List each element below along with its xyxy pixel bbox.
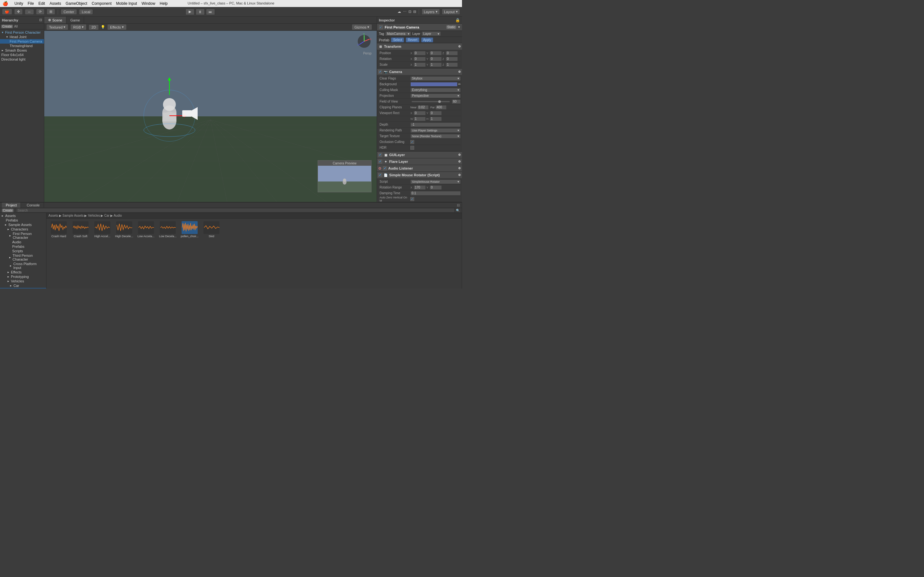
rotation-y[interactable]	[430, 57, 442, 61]
transform-rect-btn[interactable]: ⊞	[47, 9, 55, 15]
target-texture-dropdown[interactable]: None (Render Texture)▾	[410, 134, 461, 139]
unity-logo-btn[interactable]: 🍎	[2, 9, 12, 15]
static-chevron[interactable]: ▾	[458, 25, 460, 29]
textured-dropdown[interactable]: Textured▾	[46, 24, 68, 30]
auto-zero-v-checkbox[interactable]	[410, 197, 414, 201]
tree-item-car[interactable]: ► Car	[0, 284, 46, 288]
vr-x[interactable]	[414, 111, 426, 115]
scene-content[interactable]: X Y Z Persp Camera Preview	[44, 31, 376, 202]
project-panel-close-icon[interactable]: ⊟	[457, 203, 460, 207]
tree-item-sample-assets[interactable]: ► Sample Assets	[0, 222, 46, 227]
local-btn[interactable]: Local	[79, 9, 93, 15]
menu-component[interactable]: Component	[92, 1, 111, 6]
scale-z[interactable]	[446, 63, 458, 67]
tree-item-assets[interactable]: ► Assets	[0, 213, 46, 218]
hierarchy-item-throwing-hand[interactable]: ThrowingHand	[0, 44, 44, 48]
color-picker-icon[interactable]: ✏	[458, 82, 461, 86]
position-y[interactable]	[430, 51, 442, 55]
asset-crash-hard[interactable]: Crash Hard	[49, 221, 68, 238]
menu-unity[interactable]: Unity	[15, 1, 23, 6]
gizmos-dropdown[interactable]: Gizmos▾	[352, 24, 372, 30]
position-x[interactable]	[414, 51, 426, 55]
audio-listener-header[interactable]: ⊙ Audio Listener ⚙	[377, 165, 462, 171]
transform-header[interactable]: ⊞ Transform ⚙	[377, 43, 462, 50]
position-z[interactable]	[446, 51, 458, 55]
flare-layer-enabled-checkbox[interactable]	[378, 160, 382, 163]
menu-file[interactable]: File	[27, 1, 34, 6]
flare-layer-header[interactable]: ✦ Flare Layer ⚙	[377, 158, 462, 165]
revert-btn[interactable]: Revert	[406, 37, 419, 42]
play-button[interactable]: ▶	[186, 9, 194, 15]
search-icon[interactable]: 🔍	[456, 209, 460, 212]
rr-x[interactable]	[414, 185, 426, 190]
script-dropdown[interactable]: SimpleMouse Rotator▾	[410, 179, 461, 184]
flare-layer-menu-icon[interactable]: ⚙	[458, 160, 461, 163]
asset-low-decel[interactable]: Low Decela...	[158, 221, 178, 238]
transform-menu-icon[interactable]: ⚙	[458, 45, 461, 48]
scale-y[interactable]	[430, 63, 442, 67]
tree-item-vehicles[interactable]: ► Vehicles	[0, 279, 46, 284]
create-btn[interactable]: Create	[1, 25, 13, 28]
apply-btn[interactable]: Apply	[421, 37, 433, 42]
menu-assets[interactable]: Assets	[49, 1, 61, 6]
clear-flags-dropdown[interactable]: Skybox▾	[410, 76, 461, 81]
fov-slider[interactable]	[412, 101, 450, 102]
fov-input[interactable]	[452, 99, 461, 104]
window-icon[interactable]: ⊟	[413, 10, 416, 14]
tag-dropdown[interactable]: MainCamera▾	[385, 31, 411, 36]
tree-item-third-person[interactable]: ► Third Person Character	[0, 253, 46, 261]
lock-icon[interactable]: 🔒	[455, 18, 460, 23]
center-btn[interactable]: Center	[61, 9, 77, 15]
vr-y[interactable]	[430, 111, 442, 115]
tab-game[interactable]: Game	[66, 17, 84, 23]
rr-y[interactable]	[430, 185, 442, 190]
2d-btn[interactable]: 2D	[89, 24, 99, 30]
cloud-icon[interactable]: ☁	[397, 10, 401, 14]
more-icon[interactable]: ⋯	[403, 10, 407, 14]
tab-scene[interactable]: ⊕ Scene	[44, 17, 66, 23]
layout-dropdown[interactable]: Layout ▾	[442, 9, 460, 15]
tree-item-first-person[interactable]: ► First Person Character	[0, 231, 46, 240]
tree-item-prototyping[interactable]: ► Prototyping	[0, 274, 46, 279]
rgb-dropdown[interactable]: RGB▾	[70, 24, 87, 30]
hierarchy-item-smash-boxes[interactable]: ► Smash Boxes	[0, 48, 44, 53]
mouse-rotator-header[interactable]: 📄 Simple Mouse Rotator (Script) ⚙	[377, 172, 462, 178]
screen-icon[interactable]: ⊡	[409, 10, 411, 14]
hierarchy-item-first-person-character[interactable]: ▼ First Person Character	[0, 30, 44, 35]
effects-dropdown[interactable]: Effects▾	[107, 24, 126, 30]
vr-h[interactable]	[430, 117, 442, 121]
near-input[interactable]	[417, 105, 429, 110]
hierarchy-item-head-joint[interactable]: ▼ Head Joint	[0, 35, 44, 39]
vr-w[interactable]	[414, 117, 426, 121]
tree-item-effects[interactable]: ► Effects	[0, 270, 46, 274]
projection-dropdown[interactable]: Perspective▾	[410, 93, 461, 98]
hierarchy-item-directional-light[interactable]: Directional light	[0, 57, 44, 61]
apple-menu[interactable]: 🍎	[3, 1, 8, 6]
tab-console[interactable]: Console	[23, 203, 44, 208]
tree-item-prefabs2[interactable]: Prefabs	[0, 244, 46, 249]
camera-enabled-checkbox[interactable]	[378, 70, 382, 74]
audio-listener-enabled-checkbox[interactable]	[383, 166, 387, 170]
create-assets-btn[interactable]: Create	[2, 209, 13, 212]
mouse-rotator-menu-icon[interactable]: ⚙	[458, 173, 461, 177]
menu-mobile-input[interactable]: Mobile Input	[116, 1, 137, 6]
guilayer-enabled-checkbox[interactable]	[378, 153, 382, 157]
asset-crash-soft[interactable]: Crash Soft	[71, 221, 90, 238]
asset-low-accel[interactable]: Low Accela...	[136, 221, 156, 238]
rotation-z[interactable]	[446, 57, 458, 61]
asset-skid[interactable]: Skid	[202, 221, 221, 238]
step-button[interactable]: ⏭	[206, 9, 215, 15]
damping-time-input[interactable]	[410, 191, 461, 195]
select-btn[interactable]: Select	[391, 37, 404, 42]
transform-move-btn[interactable]: ✥	[14, 9, 23, 15]
background-color[interactable]	[410, 82, 457, 87]
tree-item-characters[interactable]: ► Characters	[0, 227, 46, 231]
culling-mask-dropdown[interactable]: Everything▾	[410, 88, 461, 92]
audio-listener-menu-icon[interactable]: ⚙	[458, 167, 461, 170]
mouse-rotator-enabled-checkbox[interactable]	[378, 173, 382, 177]
static-badge[interactable]: Static	[446, 25, 456, 29]
camera-menu-icon[interactable]: ⚙	[458, 70, 461, 73]
menu-help[interactable]: Help	[160, 1, 168, 6]
tree-item-scripts[interactable]: Scripts	[0, 249, 46, 253]
project-search-input[interactable]	[16, 208, 455, 213]
